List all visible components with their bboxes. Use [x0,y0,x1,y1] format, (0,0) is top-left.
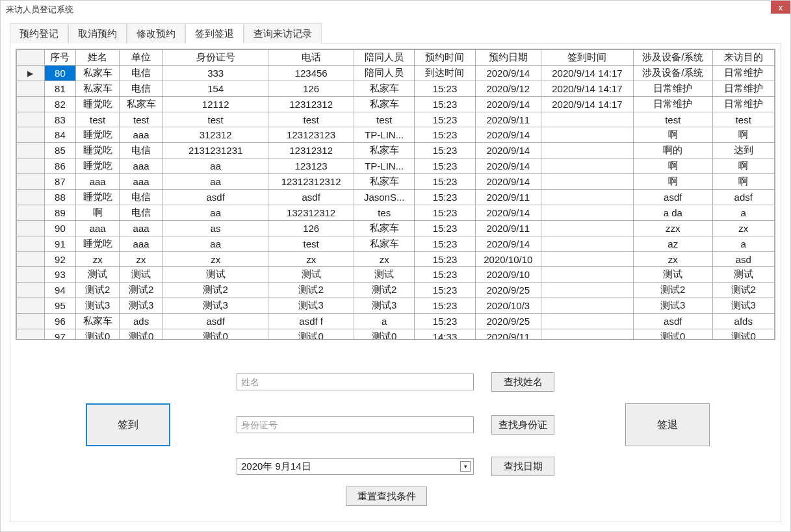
col-header-2[interactable]: 单位 [120,50,163,66]
cell[interactable]: 私家车 [76,81,120,97]
cell[interactable]: 测试3 [76,298,120,314]
cell[interactable]: aaa [76,221,120,236]
cell[interactable]: 15:23 [415,158,475,174]
table-row[interactable]: 95测试3测试3测试3测试3测试315:232020/10/3测试3测试3 [17,298,775,314]
cell[interactable]: 睡觉吃 [76,236,120,252]
cell[interactable]: 312312 [163,127,268,143]
cell[interactable]: 15:23 [415,236,475,252]
cell[interactable]: 2020/9/25 [475,314,541,329]
cell[interactable]: 86 [44,158,76,174]
cell[interactable]: 睡觉吃 [76,127,120,143]
cell[interactable]: 88 [44,190,76,205]
cell[interactable]: 2020/9/25 [475,283,541,298]
find-name-button[interactable]: 查找姓名 [491,372,554,392]
table-row[interactable]: 83testtesttesttesttest15:232020/9/11test… [17,112,775,127]
cell[interactable]: 85 [44,143,76,158]
cell[interactable]: 私家车 [354,143,415,158]
cell[interactable]: 15:23 [415,190,475,205]
cell[interactable]: 测试 [76,267,120,283]
cell[interactable]: TP-LIN... [354,158,415,174]
cell[interactable]: 测试2 [76,283,120,298]
col-header-4[interactable]: 电话 [268,50,354,66]
cell[interactable] [541,190,633,205]
table-row[interactable]: 85睡觉吃电信213123123112312312私家车15:232020/9/… [17,143,775,158]
row-indicator[interactable] [17,143,45,158]
cell[interactable]: aaa [120,221,163,236]
cell[interactable]: 测试 [712,267,774,283]
cell[interactable]: test [633,112,712,127]
row-indicator[interactable] [17,158,45,174]
cell[interactable]: aa [163,236,268,252]
cell[interactable]: 私家车 [354,97,415,112]
cell[interactable]: 83 [44,112,76,127]
cell[interactable]: tes [354,205,415,221]
cell[interactable]: 测试3 [354,298,415,314]
cell[interactable]: test [354,112,415,127]
cell[interactable]: 测试 [268,267,354,283]
cell[interactable]: 日常维护 [712,81,774,97]
cell[interactable]: 2020/9/14 [475,97,541,112]
cell[interactable]: 测试2 [120,283,163,298]
cell[interactable]: test [76,112,120,127]
row-indicator[interactable] [17,97,45,112]
cell[interactable]: 私家车 [354,236,415,252]
col-header-3[interactable]: 身份证号 [163,50,268,66]
cell[interactable]: 电信 [120,81,163,97]
cell[interactable]: zx [76,252,120,267]
cell[interactable]: 15:23 [415,174,475,190]
cell[interactable]: 啊 [712,174,774,190]
cell[interactable]: 测试0 [120,329,163,340]
cell[interactable]: TP-LIN... [354,127,415,143]
cell[interactable]: 95 [44,298,76,314]
table-row[interactable]: 86睡觉吃aaaaa123123TP-LIN...15:232020/9/14啊… [17,158,775,174]
cell[interactable]: 2020/9/12 [475,81,541,97]
cell[interactable]: 94 [44,283,76,298]
cell[interactable]: asdf [163,190,268,205]
table-row[interactable]: 92zxzxzxzxzx15:232020/10/10zxasd [17,252,775,267]
cell[interactable]: 测试0 [712,329,774,340]
idcard-input[interactable] [237,416,474,433]
cell[interactable]: 日常维护 [633,81,712,97]
table-row[interactable]: 88睡觉吃电信asdfasdfJasonS...15:232020/9/11as… [17,190,775,205]
cell[interactable]: aaa [120,174,163,190]
cell[interactable]: 日常维护 [712,66,774,81]
grid-scroll[interactable]: 序号姓名单位身份证号电话陪同人员预约时间预约日期签到时间涉及设备/系统来访目的 … [16,49,775,339]
cell[interactable]: 90 [44,221,76,236]
cell[interactable]: 测试0 [76,329,120,340]
table-row[interactable]: 90aaaaaaas126私家车15:232020/9/11zzxzx [17,221,775,236]
cell[interactable]: 睡觉吃 [76,143,120,158]
cell[interactable]: 97 [44,329,76,340]
cell[interactable]: 82 [44,97,76,112]
cell[interactable]: 啊的 [633,143,712,158]
visitor-grid[interactable]: 序号姓名单位身份证号电话陪同人员预约时间预约日期签到时间涉及设备/系统来访目的 … [16,49,775,340]
table-row[interactable]: 96私家车adsasdfasdf fa15:232020/9/25asdfafd… [17,314,775,329]
cell[interactable]: asdf f [268,314,354,329]
row-indicator[interactable] [17,190,45,205]
cell[interactable]: adsf [712,190,774,205]
cell[interactable]: 测试3 [712,298,774,314]
cell[interactable]: 啊 [633,174,712,190]
cell[interactable]: 2020/9/14 14:17 [541,66,633,81]
cell[interactable]: 到达时间 [415,66,475,81]
cell[interactable]: ads [120,314,163,329]
cell[interactable]: 测试0 [633,329,712,340]
cell[interactable]: aa [163,205,268,221]
cell[interactable]: 测试2 [268,283,354,298]
cell[interactable]: 2020/9/14 [475,236,541,252]
col-header-1[interactable]: 姓名 [76,50,120,66]
cell[interactable]: 2020/9/11 [475,190,541,205]
cell[interactable]: 2020/9/14 [475,205,541,221]
cell[interactable]: aa [163,174,268,190]
cell[interactable]: 15:23 [415,314,475,329]
cell[interactable] [541,112,633,127]
row-indicator[interactable] [17,298,45,314]
cell[interactable]: 测试 [354,267,415,283]
cell[interactable]: 93 [44,267,76,283]
cell[interactable]: 测试2 [712,283,774,298]
tab-0[interactable]: 预约登记 [10,23,68,44]
table-row[interactable]: 82睡觉吃私家车1211212312312私家车15:232020/9/1420… [17,97,775,112]
cell[interactable]: zx [120,252,163,267]
row-indicator[interactable] [17,267,45,283]
cell[interactable]: aaa [120,158,163,174]
cell[interactable]: 测试3 [633,298,712,314]
